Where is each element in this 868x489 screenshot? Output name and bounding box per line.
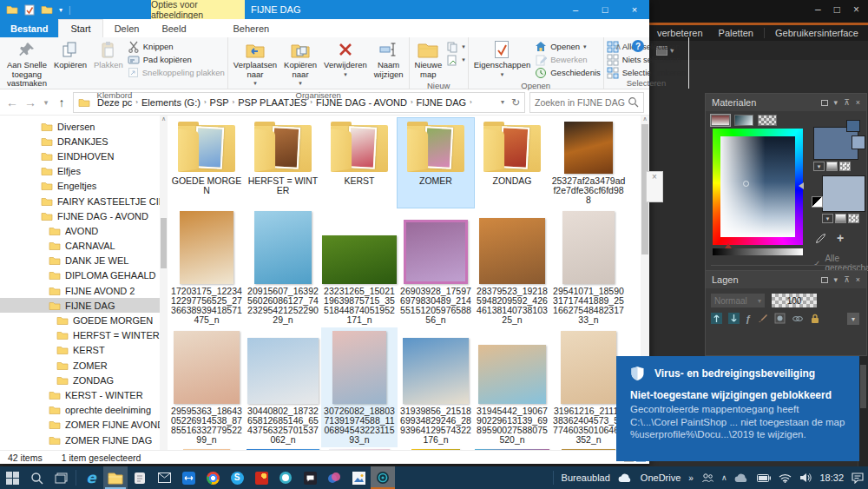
taskbar-teamviewer-button[interactable] <box>176 466 201 489</box>
search-input[interactable] <box>535 97 628 108</box>
action-center-icon[interactable] <box>852 472 864 484</box>
clock[interactable]: 18:32 <box>819 472 844 483</box>
sidebar-item-herfst-winter[interactable]: HERFST = WINTER <box>0 328 168 343</box>
tab-beeld[interactable]: Beeld <box>150 19 197 37</box>
sidebar-item-dank-je-wel[interactable]: DANK JE WEL <box>0 254 168 268</box>
taskbar-photos-button[interactable] <box>346 466 371 489</box>
grid-image-item[interactable]: 29595363_1864305226914538_87855163327795… <box>168 327 245 447</box>
psp-minimize-button[interactable]: – <box>815 3 821 16</box>
foreground-mini-swatch[interactable] <box>846 120 860 132</box>
sidebar-item-kerst-winter[interactable]: KERST - WINTER <box>0 387 168 402</box>
grid-image-item[interactable]: 30726082_1880371391974588_11068945432231… <box>321 327 398 447</box>
grid-image-item[interactable]: 25327af2a3479adf2e7dfe36cf6fd988 <box>550 118 627 208</box>
taskbar-paint-app-button[interactable] <box>322 466 346 489</box>
ribbon-small-button[interactable]: ▾ <box>446 41 465 52</box>
ribbon-small-button[interactable]: Bewerken <box>535 54 601 65</box>
wifi-icon[interactable] <box>779 473 792 483</box>
grid-image-item[interactable]: 31961216_2111638362404573_57774603501064… <box>550 327 627 447</box>
brush-tool-icon[interactable] <box>757 313 768 324</box>
blend-mode-select[interactable]: Normaal ▾ <box>711 294 765 307</box>
bg-gradient-button[interactable] <box>835 214 846 223</box>
sidebar-item-zomer[interactable]: ZOMER <box>0 358 168 373</box>
sidebar-item-zondag[interactable]: ZONDAG <box>0 373 168 387</box>
close-button[interactable]: × <box>620 0 649 19</box>
defender-notification[interactable]: Virus- en bedreigingsbeveiliging Niet-to… <box>616 356 859 461</box>
opacity-field[interactable]: 100 <box>772 294 817 307</box>
ribbon-button[interactable]: Naam wijzigen <box>372 38 406 81</box>
refresh-icon[interactable]: ↻ <box>511 96 520 109</box>
sidebar-item-carnaval[interactable]: CARNAVAL <box>0 239 168 254</box>
bg-pattern-button[interactable] <box>848 214 859 223</box>
color-picker-marker[interactable] <box>743 181 749 187</box>
grid-folder-kerst[interactable]: KERST <box>321 118 398 208</box>
grid-image-item[interactable]: 28379523_192185948209592_426461381407381… <box>474 208 550 327</box>
taskbar-paintshop-button[interactable] <box>371 466 395 489</box>
people-icon[interactable] <box>701 472 713 484</box>
sidebar-item-goede-morgen[interactable]: GOEDE MORGEN <box>0 313 168 327</box>
sidebar-item-elfjes[interactable]: Elfjes <box>0 164 168 179</box>
text-tool-icon[interactable]: ƒ <box>746 314 751 324</box>
grid-image-item[interactable]: 20915607_1639256026086127_74232954212522… <box>245 208 321 327</box>
sidebar-item-drankjes[interactable]: DRANKJES <box>0 134 168 149</box>
hue-marker[interactable] <box>799 182 804 189</box>
ribbon-small-button[interactable]: Pad kopiëren <box>128 54 225 65</box>
grid-image-item[interactable]: 26903928_175976979830489_214551512059765… <box>398 208 474 327</box>
close-icon[interactable]: × <box>856 98 860 107</box>
ribbon-small-button[interactable]: Knippen <box>128 41 225 52</box>
taskbar-mail-button[interactable] <box>152 466 176 489</box>
background-mini-swatch[interactable] <box>852 135 865 149</box>
onedrive-toolbar-label[interactable]: OneDrive <box>641 472 681 483</box>
sidebar-item-fijne-dag[interactable]: FIJNE DAG <box>0 298 168 313</box>
materials-tab-rainbow[interactable] <box>734 115 753 126</box>
tab-bestand[interactable]: Bestand <box>0 19 58 37</box>
eyedropper-icon[interactable] <box>815 233 826 244</box>
sidebar-item-fairy-kasteeltje-cinderell[interactable]: FAIRY KASTEELTJE CINDERELL <box>0 194 168 208</box>
tab-start[interactable]: Start <box>58 19 102 37</box>
ribbon-small-button[interactable]: Selectie omkeren <box>607 67 686 78</box>
help-icon[interactable]: ? <box>632 40 644 52</box>
address-dropdown-icon[interactable]: ▾ <box>501 98 504 106</box>
ribbon-button[interactable]: Plakken <box>91 38 126 72</box>
taskbar-task-view-button[interactable] <box>49 466 73 489</box>
ribbon-button[interactable]: Kopiëren naar▾ <box>281 38 319 90</box>
pin-icon[interactable]: ⊼ <box>844 275 850 284</box>
taskbar-explorer-button[interactable] <box>103 466 128 489</box>
ribbon-button[interactable]: Verwijderen▾ <box>321 38 370 81</box>
hue-ring[interactable] <box>713 129 803 245</box>
fg-pattern-button[interactable] <box>839 162 851 171</box>
grid-folder-zomer[interactable]: ZOMER <box>398 118 474 208</box>
materials-panel-header[interactable]: Materialen ▾ ⊼ × <box>706 94 866 111</box>
volume-icon[interactable] <box>799 472 812 483</box>
hidden-icons-chevron[interactable]: ∧ <box>721 473 727 482</box>
battery-icon[interactable] <box>757 474 771 482</box>
taskbar-notes-button[interactable] <box>128 466 152 489</box>
saturation-value-box[interactable] <box>720 136 795 237</box>
search-icon[interactable] <box>628 96 639 108</box>
taskbar-messaging-button[interactable] <box>298 466 322 489</box>
psp-menu-gebruikersinterface[interactable]: Gebruikersinterface <box>764 28 866 38</box>
sidebar-item-diploma-gehaald[interactable]: DIPLOMA GEHAALD <box>0 268 168 283</box>
chevron-down-icon[interactable]: ▾ <box>834 275 838 284</box>
search-box[interactable] <box>529 92 644 113</box>
materials-tab-swatches[interactable] <box>758 115 777 126</box>
taskbar-irfanview-button[interactable] <box>249 466 273 489</box>
ribbon-small-button[interactable]: Snelkoppeling plakken <box>128 67 225 78</box>
properties-icon[interactable] <box>24 4 35 16</box>
bg-color-button[interactable]: ▾ <box>822 214 833 223</box>
panel-float-icon[interactable] <box>821 100 828 106</box>
fg-gradient-button[interactable] <box>826 162 838 171</box>
grayscale-bar[interactable] <box>713 248 803 255</box>
ribbon-small-button[interactable]: Openen▾ <box>535 41 601 52</box>
mask-tool-icon[interactable] <box>774 313 786 324</box>
minimize-button[interactable]: – <box>561 0 590 19</box>
grid-image-item[interactable]: 31945442_1906790229613139_69895900275880… <box>474 327 550 447</box>
taskbar-chrome-button[interactable] <box>201 466 225 489</box>
grid-folder-herfst-winter[interactable]: HERFST = WINTER <box>245 118 321 208</box>
ribbon-button[interactable]: Aan Snelle toegang vastmaken <box>4 38 49 90</box>
collapse-ribbon-icon[interactable]: ∧ <box>615 42 621 51</box>
grid-image-item[interactable]: 31939856_2151869934829246_28939641295743… <box>398 327 474 447</box>
move-up-tool-icon[interactable] <box>711 313 722 324</box>
tab-delen[interactable]: Delen <box>103 19 151 37</box>
psp-maximize-button[interactable]: □ <box>834 3 840 16</box>
sidebar-item-fijne-avond-2[interactable]: FIJNE AVOND 2 <box>0 283 168 298</box>
